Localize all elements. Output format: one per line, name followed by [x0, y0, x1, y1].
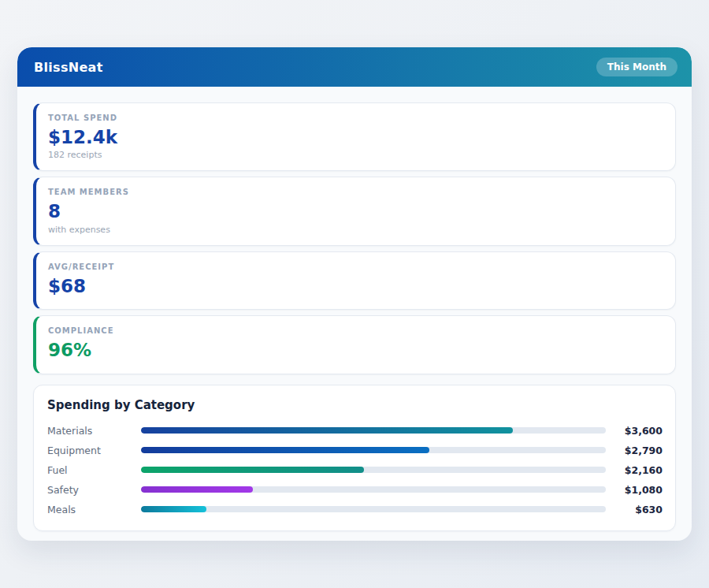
bar-value: $2,790: [612, 445, 663, 456]
stat-label: COMPLIANCE: [48, 326, 663, 335]
bar-track: [141, 447, 606, 453]
bar-row-equipment: Equipment $2,790: [47, 441, 663, 460]
stat-value: $68: [48, 276, 663, 296]
stat-value: $12.4k: [48, 127, 663, 147]
bar-track: [141, 486, 606, 493]
stat-label: AVG/RECEIPT: [48, 262, 663, 271]
bar-value: $630: [612, 504, 663, 515]
bar-track: [141, 427, 606, 434]
bar-track: [141, 506, 606, 512]
bar-value: $2,160: [612, 464, 663, 476]
bar-value: $1,080: [612, 484, 663, 496]
bar-label: Equipment: [47, 445, 141, 456]
bar-track: [141, 467, 606, 473]
bar-fill-equipment: [141, 447, 429, 453]
bar-fill-meals: [141, 506, 206, 512]
app-header: BlissNeat This Month: [17, 47, 692, 87]
bar-row-fuel: Fuel $2,160: [47, 460, 663, 480]
dashboard-card: BlissNeat This Month TOTAL SPEND $12.4k …: [17, 47, 692, 541]
stat-card-avg-receipt: AVG/RECEIPT $68: [33, 251, 676, 310]
bar-value: $3,600: [612, 425, 663, 437]
period-badge[interactable]: This Month: [596, 58, 677, 76]
stat-label: TEAM MEMBERS: [48, 188, 663, 196]
stat-subtext: with expenses: [48, 225, 663, 235]
bar-row-meals: Meals $630: [47, 500, 663, 519]
stat-card-team-members: TEAM MEMBERS 8 with expenses: [33, 177, 676, 245]
stat-subtext: 182 receipts: [48, 150, 663, 160]
bar-fill-fuel: [141, 467, 364, 473]
section-title: Spending by Category: [47, 398, 663, 412]
bar-label: Materials: [47, 425, 141, 437]
stat-card-total-spend: TOTAL SPEND $12.4k 182 receipts: [33, 102, 676, 171]
stat-value: 96%: [48, 340, 663, 360]
bar-fill-materials: [141, 427, 513, 434]
stat-card-compliance: COMPLIANCE 96%: [33, 315, 676, 374]
bar-label: Fuel: [47, 464, 141, 476]
bar-row-materials: Materials $3,600: [47, 421, 663, 441]
bar-row-safety: Safety $1,080: [47, 480, 663, 500]
bar-fill-safety: [141, 486, 253, 493]
stat-value: 8: [48, 201, 663, 221]
dashboard-content: TOTAL SPEND $12.4k 182 receipts TEAM MEM…: [17, 87, 692, 541]
bar-label: Safety: [47, 484, 141, 496]
bar-label: Meals: [47, 504, 141, 515]
spending-by-category-card: Spending by Category Materials $3,600 Eq…: [33, 385, 676, 531]
stat-label: TOTAL SPEND: [48, 114, 663, 122]
app-title: BlissNeat: [34, 60, 103, 75]
